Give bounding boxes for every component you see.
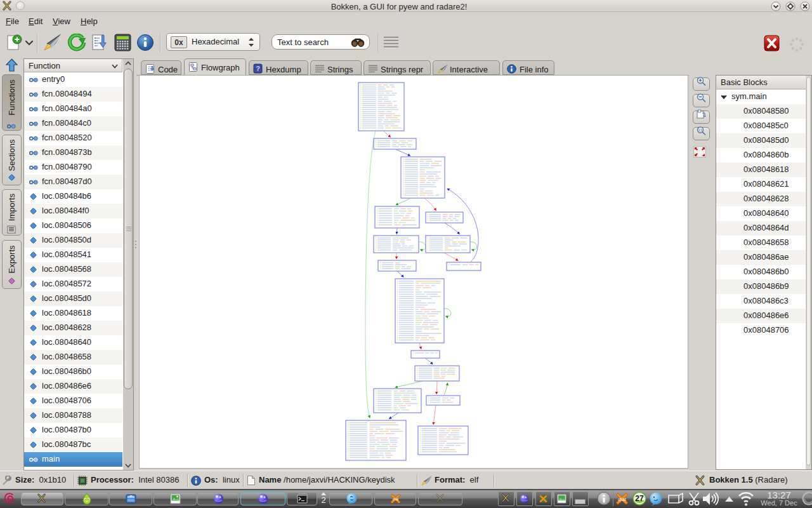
svg-text:1:1: 1:1 <box>698 128 703 132</box>
svg-text:?: ? <box>256 65 260 72</box>
svg-text:chat: chat <box>618 497 626 502</box>
svg-text:chat: chat <box>393 497 399 501</box>
svg-text:27: 27 <box>635 494 644 503</box>
